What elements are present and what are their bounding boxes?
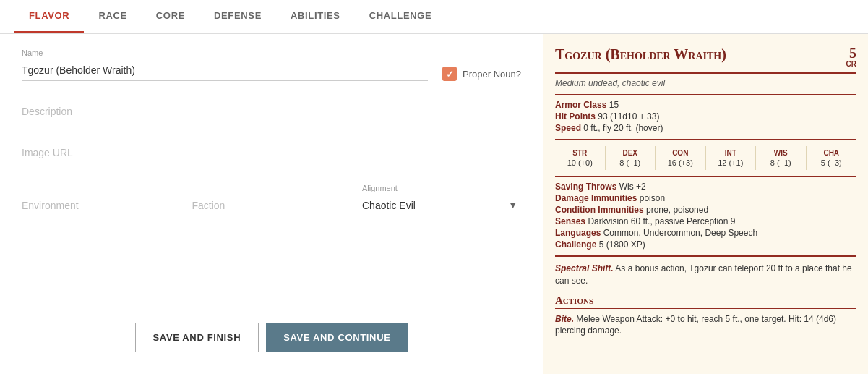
languages-label: Languages xyxy=(555,228,601,238)
str-value: 10 (+0) xyxy=(557,158,603,167)
cr-label: CR xyxy=(846,60,856,68)
proper-noun-label: Proper Noun? xyxy=(463,69,521,80)
ability-dex: DEX 8 (−1) xyxy=(606,146,656,170)
wis-value: 8 (−1) xyxy=(757,158,804,167)
environment-input[interactable] xyxy=(22,195,171,216)
name-row: Name Proper Noun? xyxy=(22,48,521,87)
dex-label: DEX xyxy=(607,149,654,157)
saving-throws-label: Saving Throws xyxy=(555,182,616,192)
trait-spectral-shift: Spectral Shift. As a bonus action, Tgozu… xyxy=(555,263,856,287)
languages-line: Languages Common, Undercommon, Deep Spee… xyxy=(555,228,856,238)
trait-spectral-shift-name: Spectral Shift. xyxy=(555,263,614,273)
challenge-line: Challenge 5 (1800 XP) xyxy=(555,239,856,250)
app-container: FLAVOR RACE CORE DEFENSE ABILITIES CHALL… xyxy=(0,0,868,374)
action-bite-text: Melee Weapon Attack: +0 to hit, reach 5 … xyxy=(555,314,836,336)
stat-section-secondary: Saving Throws Wis +2 Damage Immunities p… xyxy=(555,176,856,257)
cr-number: 5 xyxy=(846,46,856,60)
hit-points-label: Hit Points xyxy=(555,111,596,122)
wis-label: WIS xyxy=(757,149,804,157)
senses-label: Senses xyxy=(555,216,585,226)
stat-section-main: Armor Class 15 Hit Points 93 (11d10 + 33… xyxy=(555,94,856,140)
proper-noun-checkbox[interactable] xyxy=(442,67,457,81)
condition-immunities-line: Condition Immunities prone, poisoned xyxy=(555,205,856,215)
cha-label: CHA xyxy=(808,149,856,157)
con-value: 16 (+3) xyxy=(657,158,704,167)
description-input[interactable] xyxy=(22,101,521,122)
int-value: 12 (+1) xyxy=(708,158,755,167)
ability-scores: STR 10 (+0) DEX 8 (−1) CON 16 (+3) INT 1… xyxy=(555,146,856,170)
save-continue-button[interactable]: SAVE AND CONTINUE xyxy=(266,323,408,352)
environment-group xyxy=(22,195,171,216)
ability-cha: CHA 5 (−3) xyxy=(807,146,857,170)
stat-block-title: Tgozur (Beholder Wraith) xyxy=(555,46,726,63)
ability-int: INT 12 (+1) xyxy=(706,146,757,170)
speed-label: Speed xyxy=(555,123,581,133)
name-input[interactable] xyxy=(22,60,428,81)
alignment-select-wrap: Chaotic Evil Lawful Good Neutral Good Ch… xyxy=(362,195,521,216)
stat-block-cr: 5 CR xyxy=(846,46,856,68)
alignment-select[interactable]: Chaotic Evil Lawful Good Neutral Good Ch… xyxy=(362,195,521,216)
ability-str: STR 10 (+0) xyxy=(555,146,606,170)
senses-line: Senses Darkvision 60 ft., passive Percep… xyxy=(555,216,856,226)
tab-flavor[interactable]: FLAVOR xyxy=(14,0,84,33)
cha-value: 5 (−3) xyxy=(808,158,856,167)
dex-value: 8 (−1) xyxy=(607,158,654,167)
int-label: INT xyxy=(708,149,755,157)
speed-line: Speed 0 ft., fly 20 ft. (hover) xyxy=(555,123,856,133)
str-label: STR xyxy=(557,149,603,157)
tab-race[interactable]: RACE xyxy=(84,0,141,33)
alignment-group: Alignment Chaotic Evil Lawful Good Neutr… xyxy=(362,184,521,216)
saving-throws-line: Saving Throws Wis +2 xyxy=(555,182,856,192)
name-label: Name xyxy=(22,48,428,57)
action-bite: Bite. Melee Weapon Attack: +0 to hit, re… xyxy=(555,313,856,338)
ability-wis: WIS 8 (−1) xyxy=(756,146,807,170)
damage-immunities-label: Damage Immunities xyxy=(555,193,637,203)
tab-core[interactable]: CORE xyxy=(142,0,199,33)
faction-input[interactable] xyxy=(192,195,341,216)
tab-defense[interactable]: DEFENSE xyxy=(199,0,276,33)
proper-noun-group: Proper Noun? xyxy=(442,67,521,81)
left-panel: Name Proper Noun? xyxy=(0,34,543,374)
image-url-input[interactable] xyxy=(22,143,521,163)
damage-immunities-line: Damage Immunities poison xyxy=(555,193,856,203)
tab-challenge[interactable]: CHALLENGE xyxy=(355,0,447,33)
traits-section: Spectral Shift. As a bonus action, Tgozu… xyxy=(555,263,856,287)
actions-header: Actions xyxy=(555,294,856,309)
alignment-label: Alignment xyxy=(362,184,521,192)
challenge-label: Challenge xyxy=(555,239,596,250)
condition-immunities-label: Condition Immunities xyxy=(555,205,644,215)
button-row: SAVE AND FINISH SAVE AND CONTINUE xyxy=(22,308,521,360)
save-finish-button[interactable]: SAVE AND FINISH xyxy=(135,323,259,352)
stat-block-header: Tgozur (Beholder Wraith) 5 CR xyxy=(555,46,856,74)
faction-group xyxy=(192,195,341,216)
description-group xyxy=(22,101,521,122)
action-bite-name: Bite. xyxy=(555,314,574,324)
armor-class-label: Armor Class xyxy=(555,100,606,110)
tab-abilities[interactable]: ABILITIES xyxy=(276,0,355,33)
ability-con: CON 16 (+3) xyxy=(656,146,706,170)
main-content: Name Proper Noun? xyxy=(0,34,868,374)
name-group: Name xyxy=(22,48,428,81)
hit-points-line: Hit Points 93 (11d10 + 33) xyxy=(555,111,856,122)
con-label: CON xyxy=(657,149,704,157)
top-nav: FLAVOR RACE CORE DEFENSE ABILITIES CHALL… xyxy=(0,0,868,34)
image-url-group xyxy=(22,143,521,163)
stat-block-subtitle: Medium undead, chaotic evil xyxy=(555,78,856,88)
armor-class-line: Armor Class 15 xyxy=(555,100,856,110)
stat-block-panel: Tgozur (Beholder Wraith) 5 CR Medium und… xyxy=(543,34,868,374)
